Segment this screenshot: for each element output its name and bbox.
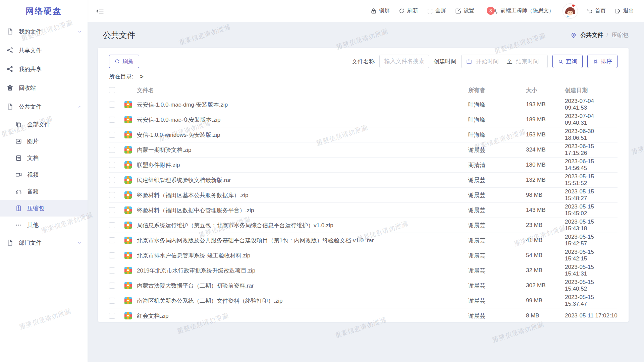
select-all-checkbox[interactable] bbox=[109, 87, 115, 93]
file-name[interactable]: 联盟办件附件.zip bbox=[137, 161, 468, 169]
chevron-down-icon bbox=[77, 29, 82, 34]
table-row[interactable]: 2019年北京市水行政审批系统升级改造项目.zip谢晨芸32 MB2023-05… bbox=[109, 263, 618, 278]
file-size: 302 MB bbox=[526, 282, 565, 289]
row-checkbox[interactable] bbox=[109, 177, 115, 183]
row-checkbox[interactable] bbox=[109, 192, 115, 198]
table-row[interactable]: 云安信-1.0.0-mac-免安装版本.zip叶海峰189 MB2023-07-… bbox=[109, 112, 618, 127]
logout-button[interactable]: 退出 bbox=[614, 7, 634, 14]
editsquare-icon bbox=[455, 8, 462, 14]
file-name[interactable]: 内蒙古法院大数据平台（二期）初验前资料.rar bbox=[137, 282, 468, 290]
sidebar-item-public-files[interactable]: 公共文件 bbox=[0, 97, 88, 116]
row-checkbox[interactable] bbox=[109, 237, 115, 243]
file-name[interactable]: 云安信-1.0.0-mac-免安装版本.zip bbox=[137, 116, 468, 124]
content: 公共文件 公共文件 / 压缩包 bbox=[88, 22, 644, 322]
row-checkbox[interactable] bbox=[109, 117, 115, 123]
file-size: 8 MB bbox=[526, 312, 565, 319]
refresh-button[interactable]: 刷新 bbox=[398, 7, 418, 14]
table-row[interactable]: 终验材料（福田区基本公共服务数据库）.zip谢晨芸98 MB2023-05-15… bbox=[109, 188, 618, 203]
row-checkbox[interactable] bbox=[109, 252, 115, 258]
breadcrumb: 公共文件 / 压缩包 bbox=[570, 31, 629, 39]
sidebar-item-my-files[interactable]: 我的文件 bbox=[0, 22, 88, 41]
sidebar-item-images[interactable]: 图片 bbox=[0, 133, 88, 149]
lock-screen-label: 锁屏 bbox=[379, 7, 390, 14]
file-size: 32 MB bbox=[526, 267, 565, 274]
date-range-to: 至 bbox=[507, 58, 513, 65]
table-row[interactable]: 民建组织管理系统验收文档最新版.rar谢晨芸132 MB2023-05-15 1… bbox=[109, 173, 618, 188]
home-button[interactable]: 首页 bbox=[586, 7, 606, 14]
sidebar-item-department-files[interactable]: 部门文件 bbox=[0, 233, 88, 252]
date-start-placeholder[interactable]: 开始时间 bbox=[476, 58, 503, 65]
sidebar-item-my-shares[interactable]: 我的共享 bbox=[0, 60, 88, 78]
row-checkbox[interactable] bbox=[109, 283, 115, 289]
app-logo: 网络硬盘 bbox=[0, 0, 88, 22]
file-name[interactable]: 南海区机关新办公系统（二期）文件资料（终验打印）.zip bbox=[137, 297, 468, 305]
table-row[interactable]: 南海区机关新办公系统（二期）文件资料（终验打印）.zip谢晨芸99 MB2023… bbox=[109, 293, 618, 308]
sidebar-item-recycle-bin[interactable]: 回收站 bbox=[0, 78, 88, 97]
sidebar-item-videos[interactable]: 视频 bbox=[0, 166, 88, 183]
row-checkbox[interactable] bbox=[109, 207, 115, 213]
file-name[interactable]: 内蒙一期初验文档.zip bbox=[137, 146, 468, 154]
user-menu[interactable]: 前端工程师（陈思文） bbox=[492, 7, 554, 14]
avatar[interactable] bbox=[563, 4, 578, 18]
settings-button[interactable]: 设置 bbox=[455, 7, 474, 14]
row-checkbox[interactable] bbox=[109, 147, 115, 153]
breadcrumb-root[interactable]: 公共文件 bbox=[580, 31, 603, 39]
search-button[interactable]: 查询 bbox=[552, 55, 583, 68]
row-checkbox[interactable] bbox=[109, 162, 115, 168]
file-name[interactable]: 安信-1.0.0-windows-免安装版.zip bbox=[137, 131, 468, 139]
topbar-actions: 锁屏刷新全屏设置3前端工程师（陈思文）首页退出 bbox=[370, 4, 634, 18]
table-row[interactable]: 终验材料（福田区数据中心管理服务平台）.zip谢晨芸143 MB2023-05-… bbox=[109, 203, 618, 218]
sidebar-item-others[interactable]: 其他 bbox=[0, 217, 88, 233]
row-checkbox[interactable] bbox=[109, 222, 115, 228]
date-end-placeholder[interactable]: 结束时间 bbox=[516, 58, 543, 65]
file-owner: 谢晨芸 bbox=[468, 252, 526, 259]
file-created: 2023-05-11 17:02:10 bbox=[565, 312, 618, 319]
refresh-list-button[interactable]: 刷新 bbox=[109, 55, 139, 68]
sidebar-item-label: 其他 bbox=[27, 221, 39, 229]
row-checkbox[interactable] bbox=[109, 132, 115, 138]
undo-icon bbox=[586, 8, 593, 14]
table-row[interactable]: 北京市排水户信息管理系统-竣工验收材料.zip谢晨芸54 MB2023-05-1… bbox=[109, 248, 618, 263]
file-name[interactable]: 北京市排水户信息管理系统-竣工验收材料.zip bbox=[137, 252, 468, 259]
table-row[interactable]: 内蒙一期初验文档.zip谢晨芸324 MB2023-06-15 17:15:26 bbox=[109, 142, 618, 158]
file-name[interactable]: 2019年北京市水行政审批系统升级改造项目.zip bbox=[137, 267, 468, 275]
table-row[interactable]: 云安信-1.0.0-mac-dmg-安装版本.zip叶海峰193 MB2023-… bbox=[109, 97, 618, 112]
sidebar-item-audio[interactable]: 音频 bbox=[0, 183, 88, 200]
row-checkbox[interactable] bbox=[109, 298, 115, 304]
filename-search-input[interactable] bbox=[379, 55, 429, 68]
table-row[interactable]: 北京市水务局内网改版及公共服务基础平台建设项目（第1包：内网改版）终验验文档-v… bbox=[109, 233, 618, 248]
sidebar-item-documents[interactable]: 文档 bbox=[0, 149, 88, 166]
file-name[interactable]: 民建组织管理系统验收文档最新版.rar bbox=[137, 176, 468, 184]
table-row[interactable]: 红会文档.zip谢晨芸8 MB2023-05-11 17:02:10 bbox=[109, 308, 618, 322]
table-row[interactable]: 局信息系统运行维护（第五包：北京市水务局综合信息平台运行维护）v1.0.zip谢… bbox=[109, 218, 618, 233]
sort-button[interactable]: 排序 bbox=[587, 55, 618, 68]
collapse-sidebar-icon[interactable] bbox=[96, 7, 104, 15]
row-checkbox[interactable] bbox=[109, 313, 115, 319]
table-row[interactable]: 内蒙古法院大数据平台（二期）初验前资料.rar谢晨芸302 MB2023-05-… bbox=[109, 278, 618, 293]
docw-icon bbox=[15, 155, 22, 162]
sidebar-item-archives[interactable]: 压缩包 bbox=[0, 200, 88, 217]
row-checkbox[interactable] bbox=[109, 267, 115, 274]
archive-file-icon bbox=[124, 161, 132, 169]
lock-screen-button[interactable]: 锁屏 bbox=[370, 7, 390, 14]
sidebar-item-all-files[interactable]: 全部文件 bbox=[0, 116, 88, 133]
file-owner: 叶海峰 bbox=[468, 116, 526, 124]
file-name[interactable]: 终验材料（福田区数据中心管理服务平台）.zip bbox=[137, 206, 468, 214]
file-name[interactable]: 终验材料（福田区基本公共服务数据库）.zip bbox=[137, 191, 468, 199]
date-range-picker[interactable]: 开始时间 至 结束时间 bbox=[461, 55, 548, 68]
file-name[interactable]: 局信息系统运行维护（第五包：北京市水务局综合信息平台运行维护）v1.0.zip bbox=[137, 222, 468, 229]
file-owner: 谢晨芸 bbox=[468, 176, 526, 184]
column-header-date: 创建日期 bbox=[565, 86, 618, 94]
file-owner: 叶海峰 bbox=[468, 101, 526, 109]
file-name[interactable]: 云安信-1.0.0-mac-dmg-安装版本.zip bbox=[137, 101, 468, 109]
sidebar-item-shared-files[interactable]: 共享文件 bbox=[0, 41, 88, 60]
row-checkbox[interactable] bbox=[109, 102, 115, 108]
refresh-icon bbox=[398, 8, 405, 14]
file-name[interactable]: 北京市水务局内网改版及公共服务基础平台建设项目（第1包：内网改版）终验验文档-v… bbox=[137, 237, 468, 244]
table-row[interactable]: 联盟办件附件.zip商清清180 MB2023-06-15 14:56:45 bbox=[109, 158, 618, 173]
table-row[interactable]: 安信-1.0.0-windows-免安装版.zip叶海峰153 MB2023-0… bbox=[109, 127, 618, 142]
fullscreen-button[interactable]: 全屏 bbox=[427, 7, 446, 14]
file-name[interactable]: 红会文档.zip bbox=[137, 312, 468, 320]
sort-button-label: 排序 bbox=[601, 58, 612, 65]
file-created: 2023-06-15 17:15:26 bbox=[565, 143, 618, 157]
